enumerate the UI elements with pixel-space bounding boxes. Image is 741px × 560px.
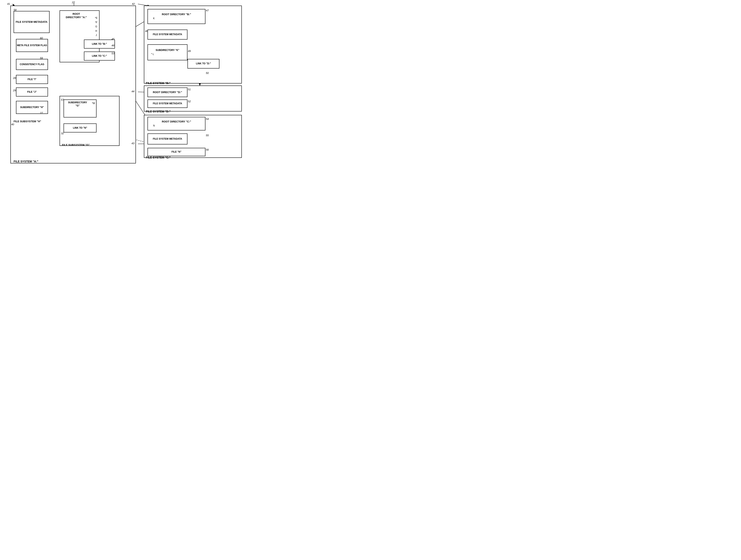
ref-32: 32: [61, 132, 64, 135]
ref-44: 44: [132, 90, 134, 93]
link-to-n: LINK TO "N": [64, 124, 96, 132]
fs-a-label: FILE SYSTEM "A:": [14, 160, 39, 163]
ref-60: 60: [40, 37, 43, 40]
file-i: FILE "I": [16, 75, 48, 84]
subdir-g: SUBDIRECTORY"G" *M: [64, 99, 96, 118]
root-dir-b-entry: K: [149, 17, 155, 20]
ref-40: 40: [11, 123, 14, 126]
fs-metadata-c: FILE SYSTEM METADATA: [147, 133, 188, 144]
ref-47: 47: [206, 9, 209, 12]
subdir-k-title: SUBDIRECTORY "K": [149, 49, 186, 52]
subdir-h: SUBDIRECTORY "H": [16, 101, 48, 114]
root-dir-c: ROOT DIRECTORY "C:" N: [147, 117, 205, 131]
ref-49: 49: [188, 50, 191, 53]
fs-metadata-b: FILE SYSTEM METADATA: [147, 29, 188, 40]
file-n: FILE "N": [147, 148, 205, 156]
root-dir-b: ROOT DIRECTORY "B:" K: [147, 9, 205, 24]
ref-51: 51: [188, 88, 191, 91]
link-to-b: LINK TO "B:": [84, 40, 115, 49]
root-dir-a-title: ROOTDIRECTORY "A:": [62, 12, 91, 19]
ref-28: 28: [13, 76, 16, 79]
root-dir-a-entries: *E*FGHJ: [91, 16, 97, 38]
ref-43: 43: [132, 142, 134, 145]
ref-58: 58: [14, 8, 16, 11]
ref-53: 53: [112, 52, 114, 55]
root-dir-c-entry: N: [149, 124, 155, 128]
root-dir-b-title: ROOT DIRECTORY "B:": [149, 13, 204, 16]
ref-41: 41: [7, 2, 10, 5]
fs-d-label: FILE SYSTEM "D:": [146, 110, 171, 113]
ref-55: 55: [206, 134, 209, 137]
ref-45: 45: [112, 38, 114, 41]
fs-c-label: FILE SYSTEM "C:": [146, 156, 171, 159]
ref-59: 59: [40, 57, 43, 60]
file-subsys-h-label: FILE SUBSYSTEM "H": [14, 120, 41, 123]
subdir-k-entry: * L: [149, 53, 154, 56]
ref-27: 27: [40, 112, 43, 115]
file-subsys-g-label: FILE SUBSYSTEM "G": [62, 143, 90, 146]
fs-metadata-a: FILE SYSTEM METADATA: [14, 11, 50, 33]
file-j: FILE "J": [16, 87, 48, 96]
root-dir-c-title: ROOT DIRECTORY "C:": [149, 120, 204, 124]
link-to-c: LINK TO "C:": [84, 52, 115, 61]
subdir-k: SUBDIRECTORY "K" * L: [147, 44, 188, 60]
root-dir-d: ROOT DIRECTORY "D:": [147, 87, 188, 97]
ref-54: 54: [206, 118, 209, 121]
link-to-d: LINK TO "D:": [188, 59, 219, 69]
ref-42: 42: [132, 2, 135, 5]
meta-file-flag: META FILE SYSTEM FLAG: [16, 39, 48, 52]
consistency-flag: CONSISTENCY FLAG: [16, 59, 48, 70]
fs-b-label: FILE SYSTEM "B:": [146, 81, 171, 85]
ref-46: 46: [112, 44, 114, 47]
ref-50: 50: [206, 72, 209, 74]
ref-22: 22: [72, 1, 75, 4]
diagram: FILE SYSTEM "A:" 41 22 FILE SYSTEM METAD…: [0, 0, 248, 168]
ref-48: 48: [145, 29, 148, 32]
ref-29: 29: [13, 89, 16, 92]
subdir-g-entry: *M: [90, 102, 95, 105]
ref-56: 56: [206, 148, 209, 151]
fs-metadata-d: FILE SYSTEM METADATA: [147, 99, 188, 108]
ref-52: 52: [188, 100, 191, 103]
subdir-g-title: SUBDIRECTORY"G": [65, 101, 90, 107]
